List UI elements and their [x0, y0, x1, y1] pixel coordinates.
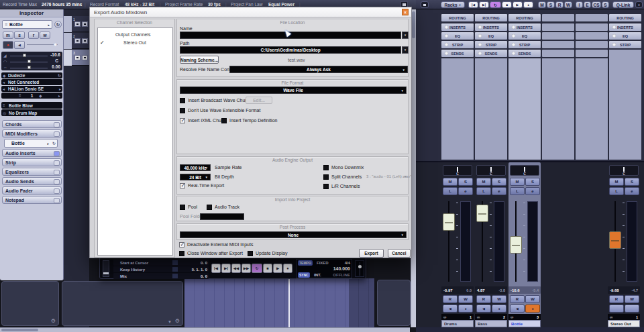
rack-inserts[interactable]: INSERTS: [508, 23, 541, 31]
tempo-value[interactable]: 140.000: [333, 266, 350, 271]
solo-button[interactable]: S: [492, 178, 506, 186]
level-mini-fader[interactable]: [103, 260, 109, 277]
output-routing-row[interactable]: ◂ Not Connected: [1, 79, 62, 85]
section-track-field[interactable]: Bottle ▸ ↻: [4, 139, 58, 148]
mute-button[interactable]: M: [443, 178, 458, 186]
write-button[interactable]: W: [625, 295, 639, 303]
file-path-input[interactable]: C:\Users\Gediminas\Desktop: [180, 46, 401, 54]
section-notepad[interactable]: Notepad: [2, 196, 62, 204]
event-display[interactable]: [184, 278, 349, 327]
volume-handle[interactable]: [23, 54, 26, 57]
pool-folder-input[interactable]: [200, 213, 244, 220]
write-all-button[interactable]: W: [564, 1, 572, 8]
volume-value[interactable]: -10.6: [511, 288, 520, 292]
rack-strip[interactable]: STRIP: [441, 41, 474, 48]
tempo-badge[interactable]: TEMPO: [298, 260, 313, 266]
setup-button[interactable]: [421, 1, 429, 8]
pan-value[interactable]: C: [55, 58, 58, 63]
export-button[interactable]: Export: [359, 249, 384, 258]
read-button[interactable]: R: [476, 295, 491, 303]
volume-fader[interactable]: [443, 213, 455, 231]
chevron-down-icon[interactable]: ▼: [168, 320, 172, 324]
solo-button[interactable]: S: [458, 178, 473, 186]
track-solo-button[interactable]: [82, 21, 88, 27]
click-slider-handle[interactable]: [358, 265, 362, 268]
rack-inserts[interactable]: INSERTS: [441, 23, 474, 31]
record-enable-button[interactable]: ●: [458, 305, 473, 313]
solo-button[interactable]: S: [625, 178, 639, 186]
track-row-selected[interactable]: 3: [64, 50, 89, 66]
rack-inserts[interactable]: INSERTS: [475, 23, 507, 31]
mix-row[interactable]: Mix 0. 0: [113, 273, 209, 279]
monitor-button[interactable]: ◀: [443, 305, 458, 313]
rack-routing[interactable]: ROUTING: [441, 14, 474, 21]
close-button[interactable]: ×: [402, 9, 409, 15]
volume-value[interactable]: 4.87: [477, 288, 485, 292]
listen-button[interactable]: L: [443, 187, 458, 195]
ixml-checkbox[interactable]: ✓: [180, 118, 185, 123]
record-button[interactable]: ●: [283, 264, 292, 273]
blank-button[interactable]: [609, 305, 624, 313]
rack-routing[interactable]: ROUTING: [475, 14, 507, 21]
volume-fader[interactable]: [510, 236, 522, 254]
update-display-checkbox[interactable]: ✓: [248, 251, 253, 256]
track-row[interactable]: 1: [64, 16, 89, 32]
listen-button[interactable]: L: [476, 187, 491, 195]
edit-button[interactable]: e: [525, 187, 540, 195]
mute-button[interactable]: M: [476, 178, 491, 186]
pool-checkbox[interactable]: ✓: [180, 205, 185, 210]
sends-view-button[interactable]: S: [602, 1, 609, 8]
delay-handle[interactable]: [28, 66, 31, 69]
audio-track-checkbox[interactable]: ✓: [207, 205, 212, 210]
forward-button[interactable]: ▶▶: [241, 264, 251, 273]
cycle-button[interactable]: ↻: [252, 264, 262, 273]
deactivate-midi-checkbox[interactable]: ✓: [179, 242, 184, 247]
track-mute-button[interactable]: [74, 38, 80, 44]
status-value[interactable]: Equal Power: [268, 2, 294, 7]
pan-control[interactable]: C: [443, 165, 472, 176]
blank-button[interactable]: [625, 305, 639, 313]
section-audio-inserts[interactable]: Audio Inserts: [2, 149, 62, 157]
track-mute-button[interactable]: [74, 21, 80, 27]
write-button[interactable]: W: [458, 295, 473, 303]
channel-selection-list[interactable]: Output Channels ✓ Stereo Out: [97, 27, 173, 256]
tempo-mode[interactable]: FIXED: [317, 261, 329, 265]
section-midi-modifiers[interactable]: MIDI Modifiers: [2, 129, 62, 137]
horizontal-scrollbar[interactable]: [0, 327, 410, 332]
mute-button[interactable]: M: [609, 178, 624, 186]
status-value[interactable]: 30 fps: [208, 2, 221, 7]
read-button[interactable]: r: [28, 32, 39, 39]
instrument-row[interactable]: ◂ HALion Sonic SE ▸: [1, 86, 62, 92]
status-value[interactable]: 48 kHz - 32 Bit: [125, 2, 154, 7]
lr-channels-checkbox[interactable]: ✓: [323, 184, 329, 189]
transport-row-icon[interactable]: [172, 267, 178, 272]
diamond-icon[interactable]: ◆: [54, 42, 57, 46]
volume-value[interactable]: -10.6: [50, 52, 60, 57]
rack-routing[interactable]: ROUTING: [508, 14, 541, 21]
section-strip[interactable]: Strip: [2, 158, 62, 166]
name-dropdown-button[interactable]: ▼: [402, 32, 409, 39]
record-button[interactable]: ●: [523, 1, 533, 8]
mono-downmix-checkbox[interactable]: ✓: [323, 165, 329, 170]
sample-rate-dropdown[interactable]: 48.000 kHz▼: [180, 164, 211, 171]
check-icon[interactable]: ✓: [100, 40, 105, 46]
sync-mode[interactable]: INT.: [314, 273, 321, 277]
wave-extensible-checkbox[interactable]: ✓: [180, 108, 185, 113]
rack-strip[interactable]: STRIP: [508, 41, 541, 48]
volume-fader[interactable]: [476, 205, 488, 222]
rack-strip[interactable]: STRIP: [475, 41, 507, 48]
listen-button[interactable]: L: [609, 187, 624, 195]
track-name-field[interactable]: ≡ Bottle ▸: [2, 20, 52, 29]
edit-button[interactable]: e: [492, 187, 506, 195]
cs-view-button[interactable]: CS: [592, 1, 601, 8]
tree-root[interactable]: Output Channels: [115, 32, 151, 37]
record-enable-button[interactable]: ●: [525, 305, 540, 313]
track-mute-button[interactable]: [74, 55, 80, 60]
monitor-button[interactable]: ◀: [510, 305, 525, 313]
volume-value[interactable]: -9.68: [610, 288, 619, 292]
rack-routing[interactable]: ROUTING: [609, 14, 641, 21]
patch-row[interactable]: ≡ Bottle Blow: [1, 102, 62, 109]
position-display[interactable]: 5. 1. 1. 0: [192, 268, 207, 272]
goto-start-button[interactable]: |◀: [468, 1, 478, 8]
listen-button[interactable]: L: [510, 187, 525, 195]
